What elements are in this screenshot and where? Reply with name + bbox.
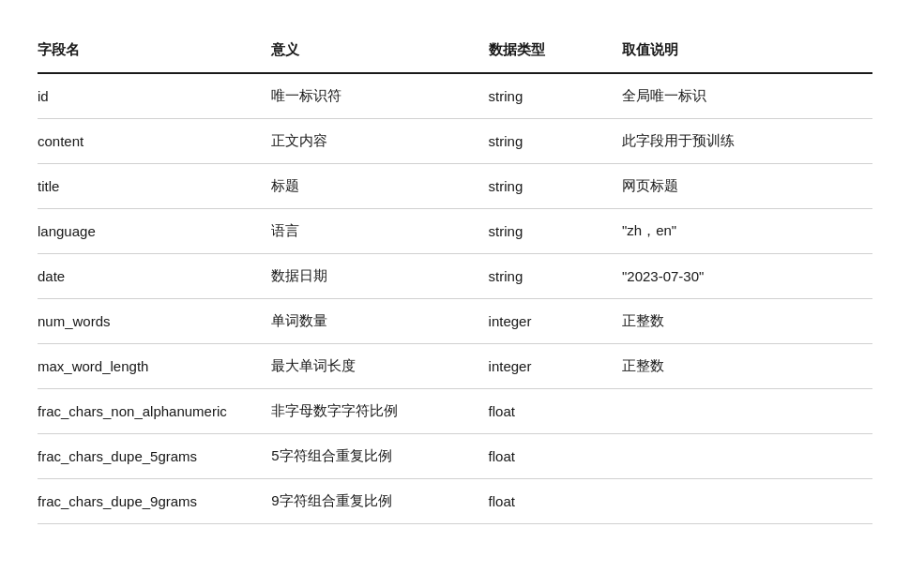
cell-desc xyxy=(622,389,872,434)
cell-type: string xyxy=(489,254,622,299)
cell-desc xyxy=(622,479,872,524)
cell-desc: 正整数 xyxy=(622,299,872,344)
cell-field: id xyxy=(38,73,271,119)
header-meaning: 意义 xyxy=(271,28,488,73)
table-row: frac_chars_dupe_5grams5字符组合重复比例float xyxy=(38,434,872,479)
cell-field: date xyxy=(38,254,271,299)
cell-field: frac_chars_dupe_9grams xyxy=(38,479,271,524)
cell-type: float xyxy=(489,434,622,479)
header-desc: 取值说明 xyxy=(622,28,872,73)
table-row: title标题string网页标题 xyxy=(38,164,872,209)
cell-field: language xyxy=(38,209,271,254)
cell-meaning: 5字符组合重复比例 xyxy=(271,434,488,479)
cell-meaning: 非字母数字字符比例 xyxy=(271,389,488,434)
cell-type: string xyxy=(489,164,622,209)
table-row: date数据日期string"2023-07-30" xyxy=(38,254,872,299)
cell-meaning: 单词数量 xyxy=(271,299,488,344)
cell-meaning: 9字符组合重复比例 xyxy=(271,479,488,524)
cell-type: float xyxy=(489,479,622,524)
cell-type: integer xyxy=(489,299,622,344)
cell-meaning: 最大单词长度 xyxy=(271,344,488,389)
cell-field: frac_chars_non_alphanumeric xyxy=(38,389,271,434)
cell-field: title xyxy=(38,164,271,209)
cell-field: content xyxy=(38,119,271,164)
table-row: frac_chars_non_alphanumeric非字母数字字符比例floa… xyxy=(38,389,872,434)
data-table: 字段名 意义 数据类型 取值说明 id唯一标识符string全局唯一标识cont… xyxy=(38,28,872,524)
header-field: 字段名 xyxy=(38,28,271,73)
cell-type: string xyxy=(489,209,622,254)
cell-desc: 网页标题 xyxy=(622,164,872,209)
cell-desc: 正整数 xyxy=(622,344,872,389)
cell-field: frac_chars_dupe_5grams xyxy=(38,434,271,479)
cell-type: integer xyxy=(489,344,622,389)
cell-meaning: 数据日期 xyxy=(271,254,488,299)
table-row: num_words单词数量integer正整数 xyxy=(38,299,872,344)
cell-meaning: 唯一标识符 xyxy=(271,73,488,119)
cell-desc: 全局唯一标识 xyxy=(622,73,872,119)
header-type: 数据类型 xyxy=(489,28,622,73)
cell-type: string xyxy=(489,73,622,119)
cell-meaning: 语言 xyxy=(271,209,488,254)
table-row: language语言string"zh，en" xyxy=(38,209,872,254)
table-row: max_word_length最大单词长度integer正整数 xyxy=(38,344,872,389)
cell-type: float xyxy=(489,389,622,434)
table-header-row: 字段名 意义 数据类型 取值说明 xyxy=(38,28,872,73)
cell-type: string xyxy=(489,119,622,164)
cell-meaning: 正文内容 xyxy=(271,119,488,164)
cell-desc: 此字段用于预训练 xyxy=(622,119,872,164)
table-row: content正文内容string此字段用于预训练 xyxy=(38,119,872,164)
cell-field: num_words xyxy=(38,299,271,344)
cell-desc xyxy=(622,434,872,479)
table-row: frac_chars_dupe_9grams9字符组合重复比例float xyxy=(38,479,872,524)
cell-desc: "zh，en" xyxy=(622,209,872,254)
cell-meaning: 标题 xyxy=(271,164,488,209)
cell-desc: "2023-07-30" xyxy=(622,254,872,299)
table-row: id唯一标识符string全局唯一标识 xyxy=(38,73,872,119)
cell-field: max_word_length xyxy=(38,344,271,389)
